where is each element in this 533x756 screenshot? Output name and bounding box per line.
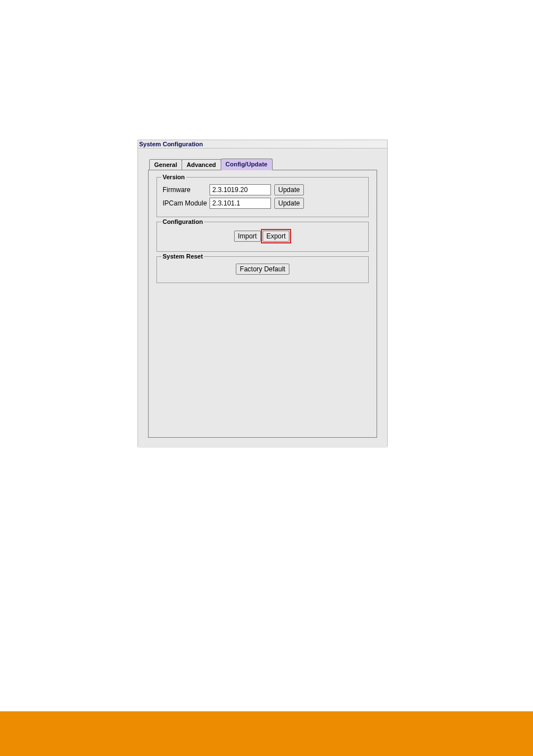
tab-row: General Advanced Config/Update	[149, 159, 377, 170]
ipcam-row: IPCam Module Update	[163, 198, 363, 209]
version-fieldset: Version Firmware Update IPCam Module Upd…	[156, 177, 369, 217]
system-reset-legend: System Reset	[161, 253, 204, 260]
firmware-label: Firmware	[163, 186, 210, 194]
export-highlight: Export	[261, 229, 292, 243]
tab-general[interactable]: General	[149, 159, 182, 170]
import-button[interactable]: Import	[234, 231, 261, 242]
tab-panel-config-update: Version Firmware Update IPCam Module Upd…	[148, 170, 377, 438]
firmware-version-input[interactable]	[210, 184, 271, 195]
firmware-update-button[interactable]: Update	[274, 184, 304, 195]
system-configuration-dialog: System Configuration General Advanced Co…	[137, 140, 388, 447]
ipcam-update-button[interactable]: Update	[274, 198, 304, 209]
version-legend: Version	[161, 174, 186, 180]
firmware-row: Firmware Update	[163, 184, 363, 195]
system-reset-row: Factory Default	[163, 261, 363, 277]
system-reset-fieldset: System Reset Factory Default	[156, 256, 369, 283]
configuration-row: ImportExport	[163, 227, 363, 246]
ipcam-version-input[interactable]	[210, 198, 271, 209]
configuration-legend: Configuration	[161, 218, 204, 225]
factory-default-button[interactable]: Factory Default	[236, 264, 289, 275]
dialog-body: General Advanced Config/Update Version F…	[138, 149, 387, 448]
export-button[interactable]: Export	[263, 231, 290, 242]
ipcam-label: IPCam Module	[163, 199, 210, 207]
configuration-fieldset: Configuration ImportExport	[156, 222, 369, 252]
footer-bar	[0, 711, 533, 756]
tab-config-update[interactable]: Config/Update	[221, 159, 273, 170]
dialog-title: System Configuration	[138, 140, 387, 149]
tabs-container: General Advanced Config/Update Version F…	[148, 159, 377, 438]
tab-advanced[interactable]: Advanced	[182, 159, 221, 170]
